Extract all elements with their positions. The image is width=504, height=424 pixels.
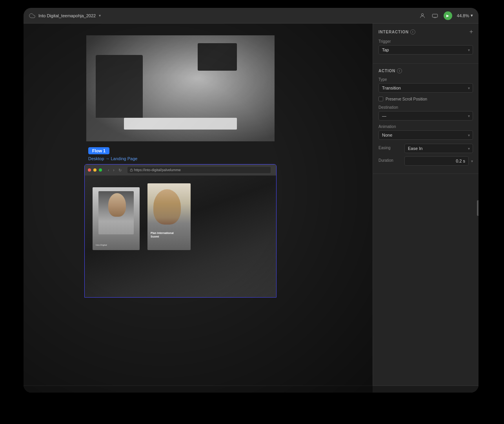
trigger-select[interactable]: Tap xyxy=(378,45,473,55)
type-row: Type Transition xyxy=(378,77,473,93)
flow-label[interactable]: Flow 1 xyxy=(88,147,109,154)
destination-row: Destination — xyxy=(378,105,473,121)
browser-content: Into-Digital Plan International Suomi xyxy=(85,175,276,297)
interaction-section-header: INTERACTION i + xyxy=(378,28,473,35)
top-bar: Into Digital_teemapohja_2022 ▾ ▶ xyxy=(24,8,479,24)
project-title: Into Digital_teemapohja_2022 xyxy=(38,13,96,18)
easing-select-wrapper: Ease In xyxy=(404,144,473,153)
laptop-bottom-bezel xyxy=(24,386,479,393)
poster-2-line1: Plan International Suomi xyxy=(151,231,174,238)
svg-point-0 xyxy=(421,13,423,15)
browser-mockup: ‹ › ↻ https://into-digital/palvelumme xyxy=(84,164,277,298)
preserve-scroll-checkbox[interactable] xyxy=(378,97,383,101)
play-button[interactable]: ▶ xyxy=(444,11,452,20)
type-select[interactable]: Transition xyxy=(378,83,473,93)
url-text: https://into-digital/palvelumme xyxy=(134,168,181,172)
trigger-label: Trigger xyxy=(378,39,473,44)
duration-label: Duration xyxy=(378,158,402,163)
desk-shape xyxy=(124,118,237,130)
destination-select[interactable]: — xyxy=(378,111,473,121)
svg-rect-2 xyxy=(130,170,133,172)
action-info-icon[interactable]: i xyxy=(397,68,402,73)
monitor-shape xyxy=(198,43,237,71)
duration-value-wrapper: 0.2 s ▾ xyxy=(404,156,473,166)
device-icon[interactable] xyxy=(431,12,439,20)
browser-nav: ‹ › ↻ xyxy=(107,168,123,173)
laptop-frame: Into Digital_teemapohja_2022 ▾ ▶ xyxy=(24,8,479,393)
poster-2: Plan International Suomi xyxy=(147,183,191,250)
chair-shape xyxy=(96,55,143,118)
office-image-top xyxy=(86,35,275,141)
interaction-section: INTERACTION i + Trigger Tap xyxy=(373,24,479,64)
face-shape-1 xyxy=(108,193,126,217)
lock-icon xyxy=(130,168,133,172)
destination-label: Destination xyxy=(378,105,473,110)
cloud-icon xyxy=(29,13,35,19)
preserve-scroll-label: Preserve Scroll Position xyxy=(386,97,427,101)
office-photo xyxy=(86,35,275,141)
type-select-wrapper: Transition xyxy=(378,83,473,93)
animation-select[interactable]: None xyxy=(378,130,473,140)
right-panel: INTERACTION i + Trigger Tap ACTION i xyxy=(373,24,479,393)
forward-button[interactable]: › xyxy=(112,168,115,173)
interaction-info-icon[interactable]: i xyxy=(410,29,415,35)
duration-dropdown-arrow[interactable]: ▾ xyxy=(471,159,473,163)
browser-maximize-dot xyxy=(99,168,102,172)
easing-row: Easing Ease In xyxy=(378,144,473,153)
back-button[interactable]: ‹ xyxy=(107,168,110,173)
browser-toolbar: ‹ › ↻ https://into-digital/palvelumme xyxy=(85,164,276,175)
easing-label: Easing xyxy=(378,146,402,150)
destination-select-wrapper: — xyxy=(378,111,473,121)
desktop-label: Desktop → Landing Page xyxy=(88,156,137,161)
play-icon: ▶ xyxy=(446,14,449,18)
top-bar-left: Into Digital_teemapohja_2022 ▾ xyxy=(29,13,101,19)
address-bar[interactable]: https://into-digital/palvelumme xyxy=(127,167,271,173)
canvas-area: Flow 1 Desktop → Landing Page ‹ › ↻ xyxy=(24,24,373,393)
animation-select-wrapper: None xyxy=(378,130,473,140)
animation-label: Animation xyxy=(378,124,473,129)
action-section-header: ACTION i xyxy=(378,68,473,73)
profile-icon[interactable] xyxy=(418,12,426,20)
zoom-value: 44.8% xyxy=(457,13,469,18)
svg-rect-1 xyxy=(432,14,437,17)
preserve-scroll-row: Preserve Scroll Position xyxy=(378,97,473,101)
interaction-add-button[interactable]: + xyxy=(469,28,473,35)
type-label: Type xyxy=(378,77,473,82)
person-silhouette-1 xyxy=(98,191,134,234)
poster-1-text: Into-Digital xyxy=(96,244,107,246)
animation-row: Animation None xyxy=(378,124,473,140)
action-section: ACTION i Type Transition Preserve Scroll… xyxy=(373,64,479,174)
zoom-control[interactable]: 44.8% ▾ xyxy=(457,13,473,18)
browser-close-dot xyxy=(88,168,91,172)
poster-1: Into-Digital xyxy=(93,187,140,250)
zoom-dropdown-arrow: ▾ xyxy=(471,13,473,18)
duration-input-row: 0.2 s ▾ xyxy=(404,156,473,166)
easing-select[interactable]: Ease In xyxy=(404,144,473,153)
project-dropdown-arrow[interactable]: ▾ xyxy=(99,13,101,18)
trigger-row: Trigger Tap xyxy=(378,39,473,55)
browser-minimize-dot xyxy=(93,168,96,172)
duration-row: Duration 0.2 s ▾ xyxy=(378,156,473,166)
duration-value[interactable]: 0.2 s xyxy=(404,156,469,166)
trigger-select-wrapper: Tap xyxy=(378,45,473,55)
face-shape-2 xyxy=(153,189,181,225)
refresh-button[interactable]: ↻ xyxy=(117,168,123,173)
top-bar-right: ▶ 44.8% ▾ xyxy=(418,11,473,20)
scroll-handle[interactable] xyxy=(477,200,479,216)
action-title: ACTION i xyxy=(378,68,402,73)
interaction-title: INTERACTION i xyxy=(378,29,415,35)
